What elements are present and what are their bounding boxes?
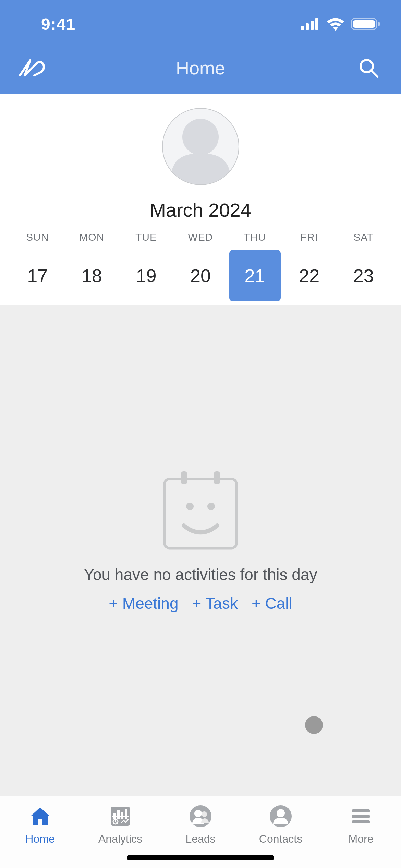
tab-label: Leads bbox=[185, 833, 215, 845]
tab-label: Analytics bbox=[98, 833, 142, 845]
date-cell[interactable]: 19 bbox=[119, 250, 173, 301]
tab-home[interactable]: Home bbox=[0, 804, 80, 845]
home-icon bbox=[28, 804, 52, 829]
svg-point-23 bbox=[194, 810, 202, 817]
date-cell[interactable]: 22 bbox=[282, 250, 337, 301]
dow-label: MON bbox=[65, 231, 119, 243]
tab-analytics[interactable]: Analytics bbox=[80, 804, 160, 845]
svg-point-9 bbox=[182, 119, 218, 155]
avatar-placeholder-icon bbox=[163, 108, 239, 184]
add-meeting-button[interactable]: + Meeting bbox=[109, 594, 178, 613]
dow-label: THU bbox=[228, 231, 282, 243]
nav-bar: Home bbox=[0, 48, 401, 94]
profile-region: March 2024 bbox=[0, 94, 401, 231]
svg-point-14 bbox=[207, 503, 215, 510]
week-strip: SUN MON TUE WED THU FRI SAT 17 18 19 20 … bbox=[0, 231, 401, 305]
contacts-icon bbox=[268, 804, 293, 829]
cellular-icon bbox=[301, 18, 320, 30]
add-task-button[interactable]: + Task bbox=[192, 594, 238, 613]
empty-calendar-icon bbox=[161, 469, 240, 552]
svg-rect-6 bbox=[378, 22, 380, 26]
page-title: Home bbox=[176, 57, 225, 79]
svg-rect-28 bbox=[352, 815, 370, 818]
search-icon bbox=[357, 57, 379, 79]
svg-rect-11 bbox=[181, 471, 187, 484]
svg-rect-10 bbox=[165, 479, 236, 548]
date-cell[interactable]: 21 bbox=[228, 250, 282, 301]
home-indicator[interactable] bbox=[127, 855, 274, 860]
svg-rect-18 bbox=[121, 812, 123, 819]
battery-icon bbox=[351, 17, 380, 31]
tab-more[interactable]: More bbox=[321, 804, 401, 845]
tab-label: More bbox=[349, 833, 374, 845]
cursor-dot bbox=[305, 716, 323, 734]
leads-icon bbox=[188, 804, 213, 829]
svg-point-13 bbox=[186, 503, 194, 510]
svg-rect-2 bbox=[311, 21, 314, 30]
svg-rect-19 bbox=[125, 809, 127, 819]
zia-logo-icon bbox=[17, 57, 48, 79]
search-button[interactable] bbox=[353, 57, 384, 79]
dow-label: TUE bbox=[119, 231, 173, 243]
add-call-button[interactable]: + Call bbox=[252, 594, 292, 613]
svg-point-26 bbox=[277, 809, 285, 817]
activities-content: You have no activities for this day + Me… bbox=[0, 305, 401, 796]
svg-point-24 bbox=[202, 811, 207, 817]
avatar[interactable] bbox=[162, 108, 239, 185]
svg-rect-5 bbox=[353, 20, 375, 28]
status-bar: 9:41 bbox=[0, 0, 401, 48]
dow-label: FRI bbox=[282, 231, 337, 243]
status-time: 9:41 bbox=[41, 15, 75, 34]
date-cell[interactable]: 18 bbox=[65, 250, 119, 301]
status-indicators bbox=[301, 17, 380, 31]
date-cell[interactable]: 17 bbox=[10, 250, 65, 301]
svg-rect-3 bbox=[315, 18, 318, 30]
tab-label: Contacts bbox=[259, 833, 302, 845]
svg-rect-17 bbox=[117, 810, 120, 819]
tab-leads[interactable]: Leads bbox=[160, 804, 241, 845]
empty-state-message: You have no activities for this day bbox=[84, 565, 317, 584]
svg-rect-29 bbox=[352, 820, 370, 823]
svg-rect-12 bbox=[214, 471, 220, 484]
svg-line-8 bbox=[372, 71, 377, 77]
tab-label: Home bbox=[25, 833, 54, 845]
zia-button[interactable] bbox=[17, 57, 48, 79]
svg-rect-27 bbox=[352, 809, 370, 812]
analytics-icon bbox=[108, 804, 133, 829]
dow-label: SAT bbox=[336, 231, 391, 243]
dow-label: WED bbox=[173, 231, 228, 243]
svg-rect-0 bbox=[301, 26, 304, 30]
date-cell[interactable]: 20 bbox=[173, 250, 228, 301]
date-cell[interactable]: 23 bbox=[336, 250, 391, 301]
svg-rect-1 bbox=[306, 23, 309, 30]
month-label: March 2024 bbox=[150, 199, 251, 221]
wifi-icon bbox=[326, 17, 345, 31]
hamburger-icon bbox=[349, 804, 373, 829]
tab-contacts[interactable]: Contacts bbox=[241, 804, 321, 845]
dow-label: SUN bbox=[10, 231, 65, 243]
